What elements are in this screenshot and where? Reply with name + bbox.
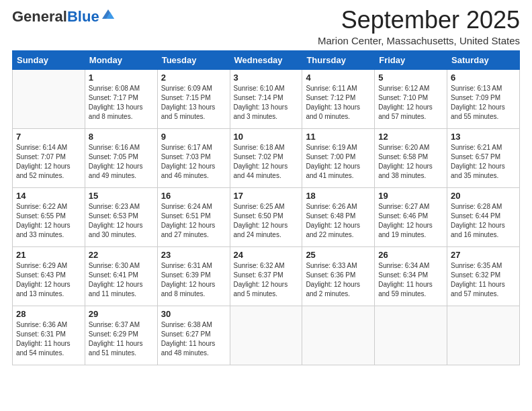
logo-general: General: [12, 8, 67, 25]
day-number: 13: [451, 132, 516, 142]
header: GeneralBlue September 2025 Marion Center…: [12, 7, 520, 46]
day-info: Sunrise: 6:32 AM Sunset: 6:37 PM Dayligh…: [234, 261, 299, 299]
calendar-cell: [447, 306, 520, 365]
day-number: 1: [89, 73, 154, 83]
day-info: Sunrise: 6:18 AM Sunset: 7:02 PM Dayligh…: [234, 143, 299, 181]
day-info: Sunrise: 6:16 AM Sunset: 7:05 PM Dayligh…: [89, 143, 154, 181]
calendar-week-0: 1Sunrise: 6:08 AM Sunset: 7:17 PM Daylig…: [13, 69, 520, 128]
calendar-cell: 15Sunrise: 6:23 AM Sunset: 6:53 PM Dayli…: [85, 187, 157, 246]
day-info: Sunrise: 6:13 AM Sunset: 7:09 PM Dayligh…: [451, 84, 516, 122]
day-info: Sunrise: 6:19 AM Sunset: 7:00 PM Dayligh…: [306, 143, 371, 181]
day-info: Sunrise: 6:36 AM Sunset: 6:31 PM Dayligh…: [16, 320, 81, 358]
calendar-cell: 28Sunrise: 6:36 AM Sunset: 6:31 PM Dayli…: [13, 306, 85, 365]
day-info: Sunrise: 6:38 AM Sunset: 6:27 PM Dayligh…: [161, 320, 226, 358]
calendar-cell: 21Sunrise: 6:29 AM Sunset: 6:43 PM Dayli…: [13, 246, 85, 306]
calendar-cell: 8Sunrise: 6:16 AM Sunset: 7:05 PM Daylig…: [85, 128, 157, 187]
day-number: 11: [306, 132, 371, 142]
calendar-cell: [375, 306, 447, 365]
day-number: 4: [306, 73, 371, 83]
header-monday: Monday: [85, 50, 157, 69]
day-number: 8: [89, 132, 154, 142]
header-thursday: Thursday: [302, 50, 375, 69]
day-info: Sunrise: 6:24 AM Sunset: 6:51 PM Dayligh…: [161, 202, 226, 240]
calendar-cell: 2Sunrise: 6:09 AM Sunset: 7:15 PM Daylig…: [157, 69, 230, 128]
calendar-cell: 16Sunrise: 6:24 AM Sunset: 6:51 PM Dayli…: [157, 187, 230, 246]
day-info: Sunrise: 6:28 AM Sunset: 6:44 PM Dayligh…: [451, 202, 516, 240]
day-number: 22: [89, 250, 154, 260]
day-info: Sunrise: 6:27 AM Sunset: 6:46 PM Dayligh…: [378, 202, 443, 240]
day-number: 28: [16, 309, 81, 319]
header-sunday: Sunday: [13, 50, 85, 69]
day-info: Sunrise: 6:21 AM Sunset: 6:57 PM Dayligh…: [451, 143, 516, 181]
day-number: 21: [16, 250, 81, 260]
calendar-cell: 20Sunrise: 6:28 AM Sunset: 6:44 PM Dayli…: [447, 187, 520, 246]
day-number: 9: [161, 132, 226, 142]
page: GeneralBlue September 2025 Marion Center…: [0, 0, 532, 411]
calendar-cell: 19Sunrise: 6:27 AM Sunset: 6:46 PM Dayli…: [375, 187, 447, 246]
day-number: 6: [451, 73, 516, 83]
calendar-cell: 4Sunrise: 6:11 AM Sunset: 7:12 PM Daylig…: [302, 69, 375, 128]
day-info: Sunrise: 6:26 AM Sunset: 6:48 PM Dayligh…: [306, 202, 371, 240]
day-number: 25: [306, 250, 371, 260]
header-tuesday: Tuesday: [157, 50, 230, 69]
calendar-cell: 29Sunrise: 6:37 AM Sunset: 6:29 PM Dayli…: [85, 306, 157, 365]
calendar-week-4: 28Sunrise: 6:36 AM Sunset: 6:31 PM Dayli…: [13, 306, 520, 365]
calendar-table: Sunday Monday Tuesday Wednesday Thursday…: [12, 50, 520, 365]
day-number: 30: [161, 309, 226, 319]
day-number: 27: [451, 250, 516, 260]
header-saturday: Saturday: [447, 50, 520, 69]
calendar-week-2: 14Sunrise: 6:22 AM Sunset: 6:55 PM Dayli…: [13, 187, 520, 246]
calendar-cell: 6Sunrise: 6:13 AM Sunset: 7:09 PM Daylig…: [447, 69, 520, 128]
calendar-cell: 13Sunrise: 6:21 AM Sunset: 6:57 PM Dayli…: [447, 128, 520, 187]
day-number: 29: [89, 309, 154, 319]
day-info: Sunrise: 6:14 AM Sunset: 7:07 PM Dayligh…: [16, 143, 81, 181]
calendar-cell: [302, 306, 375, 365]
calendar-cell: 26Sunrise: 6:34 AM Sunset: 6:34 PM Dayli…: [375, 246, 447, 306]
month-title: September 2025: [318, 7, 520, 34]
calendar-cell: 7Sunrise: 6:14 AM Sunset: 7:07 PM Daylig…: [13, 128, 85, 187]
logo-blue: Blue: [67, 8, 99, 25]
day-number: 17: [234, 191, 299, 201]
calendar-cell: 17Sunrise: 6:25 AM Sunset: 6:50 PM Dayli…: [230, 187, 302, 246]
calendar-cell: 25Sunrise: 6:33 AM Sunset: 6:36 PM Dayli…: [302, 246, 375, 306]
logo: GeneralBlue: [12, 9, 116, 24]
logo-icon: [101, 7, 116, 21]
calendar-cell: 18Sunrise: 6:26 AM Sunset: 6:48 PM Dayli…: [302, 187, 375, 246]
day-number: 19: [378, 191, 443, 201]
day-info: Sunrise: 6:37 AM Sunset: 6:29 PM Dayligh…: [89, 320, 154, 358]
day-number: 23: [161, 250, 226, 260]
calendar-cell: 5Sunrise: 6:12 AM Sunset: 7:10 PM Daylig…: [375, 69, 447, 128]
day-number: 3: [234, 73, 299, 83]
day-info: Sunrise: 6:23 AM Sunset: 6:53 PM Dayligh…: [89, 202, 154, 240]
day-info: Sunrise: 6:10 AM Sunset: 7:14 PM Dayligh…: [234, 84, 299, 122]
day-info: Sunrise: 6:11 AM Sunset: 7:12 PM Dayligh…: [306, 84, 371, 122]
day-info: Sunrise: 6:12 AM Sunset: 7:10 PM Dayligh…: [378, 84, 443, 122]
day-number: 10: [234, 132, 299, 142]
calendar-week-3: 21Sunrise: 6:29 AM Sunset: 6:43 PM Dayli…: [13, 246, 520, 306]
calendar-body: 1Sunrise: 6:08 AM Sunset: 7:17 PM Daylig…: [13, 69, 520, 365]
calendar-cell: 10Sunrise: 6:18 AM Sunset: 7:02 PM Dayli…: [230, 128, 302, 187]
calendar-cell: 30Sunrise: 6:38 AM Sunset: 6:27 PM Dayli…: [157, 306, 230, 365]
day-number: 15: [89, 191, 154, 201]
calendar-cell: [13, 69, 85, 128]
day-info: Sunrise: 6:09 AM Sunset: 7:15 PM Dayligh…: [161, 84, 226, 122]
calendar-cell: 9Sunrise: 6:17 AM Sunset: 7:03 PM Daylig…: [157, 128, 230, 187]
calendar-cell: 24Sunrise: 6:32 AM Sunset: 6:37 PM Dayli…: [230, 246, 302, 306]
day-info: Sunrise: 6:29 AM Sunset: 6:43 PM Dayligh…: [16, 261, 81, 299]
day-number: 24: [234, 250, 299, 260]
day-number: 20: [451, 191, 516, 201]
day-number: 16: [161, 191, 226, 201]
day-number: 26: [378, 250, 443, 260]
day-number: 7: [16, 132, 81, 142]
calendar-cell: 3Sunrise: 6:10 AM Sunset: 7:14 PM Daylig…: [230, 69, 302, 128]
day-number: 2: [161, 73, 226, 83]
calendar-cell: 12Sunrise: 6:20 AM Sunset: 6:58 PM Dayli…: [375, 128, 447, 187]
day-info: Sunrise: 6:25 AM Sunset: 6:50 PM Dayligh…: [234, 202, 299, 240]
weekday-header-row: Sunday Monday Tuesday Wednesday Thursday…: [13, 50, 520, 69]
day-info: Sunrise: 6:20 AM Sunset: 6:58 PM Dayligh…: [378, 143, 443, 181]
day-number: 18: [306, 191, 371, 201]
calendar-cell: 27Sunrise: 6:35 AM Sunset: 6:32 PM Dayli…: [447, 246, 520, 306]
day-number: 12: [378, 132, 443, 142]
day-info: Sunrise: 6:31 AM Sunset: 6:39 PM Dayligh…: [161, 261, 226, 299]
day-number: 5: [378, 73, 443, 83]
